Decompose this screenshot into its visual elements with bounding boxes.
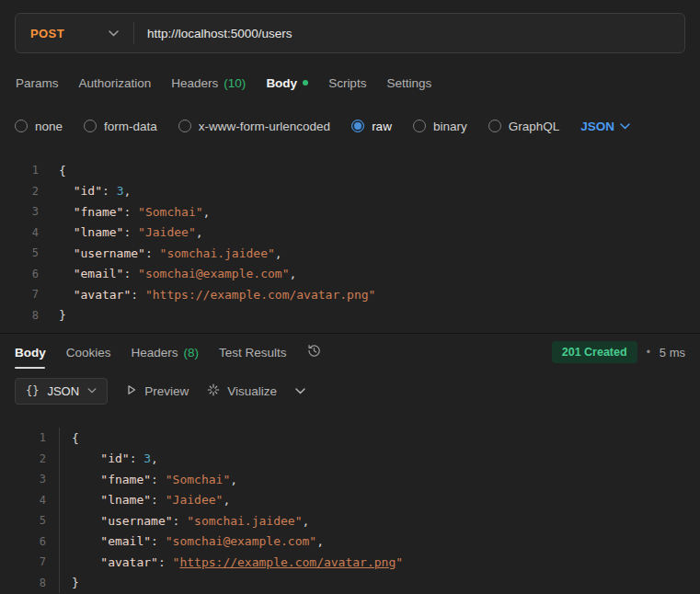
- radio-icon: [15, 120, 28, 132]
- tab-headers-label: Headers: [171, 76, 218, 90]
- code-line: 5 "username": "somchai.jaidee",: [0, 510, 700, 531]
- code-line: 4 "lname": "Jaidee",: [0, 223, 700, 244]
- code-text: }: [59, 573, 79, 594]
- code-text: {: [39, 160, 66, 181]
- body-type-raw[interactable]: raw: [351, 120, 392, 133]
- code-text: "lname": "Jaidee",: [39, 223, 203, 244]
- code-line: 3 "fname": "Somchai",: [0, 469, 700, 490]
- tab-authorization[interactable]: Authorization: [69, 64, 162, 101]
- braces-icon: {}: [26, 384, 39, 397]
- method-selector[interactable]: POST: [16, 27, 133, 40]
- radio-icon: [488, 120, 501, 132]
- line-number: 7: [0, 288, 39, 301]
- body-type-none[interactable]: none: [15, 120, 63, 133]
- postman-window: POST Params Authorization Headers (10) B…: [0, 0, 700, 593]
- url-input[interactable]: [134, 27, 684, 40]
- code-text: }: [39, 305, 66, 326]
- response-format-dropdown[interactable]: {} JSON: [15, 378, 108, 405]
- response-time: 5 ms: [660, 346, 685, 360]
- body-type-graphql-label: GraphQL: [509, 120, 560, 133]
- code-text: "avatar": "https://example.com/avatar.pn…: [59, 552, 403, 573]
- line-number: 1: [0, 164, 39, 177]
- play-icon: [126, 384, 137, 398]
- body-type-none-label: none: [35, 120, 63, 133]
- response-section: Body Cookies Headers (8) Test Results 20…: [0, 333, 700, 593]
- sparkle-icon: [207, 383, 220, 399]
- response-tab-headers[interactable]: Headers (8): [121, 334, 210, 371]
- response-tab-test-results[interactable]: Test Results: [209, 334, 297, 371]
- response-history-button[interactable]: [306, 343, 322, 362]
- tab-body[interactable]: Body: [256, 64, 318, 101]
- code-line: 8}: [0, 305, 700, 326]
- response-toolbar: {} JSON Preview Visualize: [0, 371, 700, 411]
- line-number: 4: [0, 494, 46, 507]
- body-type-selector: none form-data x-www-form-urlencoded raw…: [0, 109, 700, 143]
- response-tab-headers-count: (8): [184, 346, 200, 360]
- language-selector[interactable]: JSON: [580, 120, 630, 133]
- line-number: 3: [0, 205, 39, 218]
- tab-scripts[interactable]: Scripts: [318, 64, 376, 101]
- line-number: 6: [0, 535, 46, 548]
- line-number: 3: [0, 473, 46, 485]
- line-number: 2: [0, 452, 46, 465]
- visualize-button[interactable]: Visualize: [207, 383, 277, 399]
- body-type-urlencoded-label: x-www-form-urlencoded: [199, 120, 330, 133]
- tab-body-label: Body: [266, 76, 297, 90]
- response-tab-headers-label: Headers: [132, 346, 178, 360]
- radio-icon: [178, 120, 191, 132]
- response-meta: 201 Created • 5 ms: [552, 341, 685, 363]
- code-line: 6 "email": "somchai@example.com",: [0, 264, 700, 285]
- radio-icon: [84, 120, 97, 132]
- code-line: 4 "lname": "Jaidee",: [0, 490, 700, 511]
- body-type-graphql[interactable]: GraphQL: [488, 120, 560, 133]
- body-type-form-data-label: form-data: [104, 120, 157, 133]
- response-tab-body[interactable]: Body: [15, 334, 56, 371]
- code-line: 5 "username": "somchai.jaidee",: [0, 243, 700, 264]
- response-tab-cookies[interactable]: Cookies: [56, 334, 121, 371]
- code-line: 7 "avatar": "https://example.com/avatar.…: [0, 284, 700, 305]
- method-label: POST: [30, 27, 64, 40]
- status-badge: 201 Created: [552, 341, 637, 363]
- tab-headers[interactable]: Headers (10): [161, 64, 256, 101]
- tab-settings[interactable]: Settings: [376, 64, 442, 101]
- line-number: 1: [0, 431, 46, 444]
- request-body-editor[interactable]: 1{2 "id": 3,3 "fname": "Somchai",4 "lnam…: [0, 160, 700, 326]
- code-line: 2 "id": 3,: [0, 449, 700, 470]
- tab-headers-count: (10): [224, 76, 246, 90]
- body-type-urlencoded[interactable]: x-www-form-urlencoded: [178, 120, 330, 133]
- code-line: 6 "email": "somchai@example.com",: [0, 531, 700, 553]
- preview-button[interactable]: Preview: [126, 384, 189, 398]
- code-text: "email": "somchai@example.com",: [59, 531, 324, 553]
- line-number: 5: [0, 514, 46, 527]
- code-text: "fname": "Somchai",: [39, 201, 210, 223]
- line-number: 8: [0, 577, 46, 589]
- code-text: "fname": "Somchai",: [59, 469, 237, 490]
- radio-icon: [413, 120, 426, 132]
- chevron-down-icon: [87, 388, 97, 394]
- request-tabs: Params Authorization Headers (10) Body S…: [0, 64, 700, 101]
- response-body-editor[interactable]: 1{2 "id": 3,3 "fname": "Somchai",4 "lnam…: [0, 428, 700, 593]
- code-text: "avatar": "https://example.com/avatar.pn…: [39, 284, 375, 305]
- line-number: 6: [0, 268, 39, 280]
- body-type-binary-label: binary: [433, 120, 467, 133]
- code-line: 1{: [0, 428, 700, 449]
- radio-selected-icon: [351, 120, 364, 132]
- code-line: 3 "fname": "Somchai",: [0, 201, 700, 223]
- code-line: 2 "id": 3,: [0, 181, 700, 202]
- language-label: JSON: [580, 120, 614, 133]
- chevron-down-icon: [620, 123, 630, 130]
- line-number: 2: [0, 185, 39, 198]
- tab-params[interactable]: Params: [6, 64, 69, 101]
- body-type-binary[interactable]: binary: [413, 120, 467, 133]
- body-type-form-data[interactable]: form-data: [84, 120, 157, 133]
- code-line: 1{: [0, 160, 700, 181]
- more-options-chevron[interactable]: [295, 388, 305, 394]
- request-url-bar: POST: [0, 0, 700, 53]
- code-text: {: [59, 428, 79, 449]
- body-has-content-dot: [303, 80, 308, 86]
- code-line: 7 "avatar": "https://example.com/avatar.…: [0, 552, 700, 573]
- visualize-label: Visualize: [227, 384, 277, 398]
- body-type-raw-label: raw: [372, 120, 392, 133]
- code-text: "email": "somchai@example.com",: [39, 264, 296, 285]
- preview-label: Preview: [144, 384, 189, 398]
